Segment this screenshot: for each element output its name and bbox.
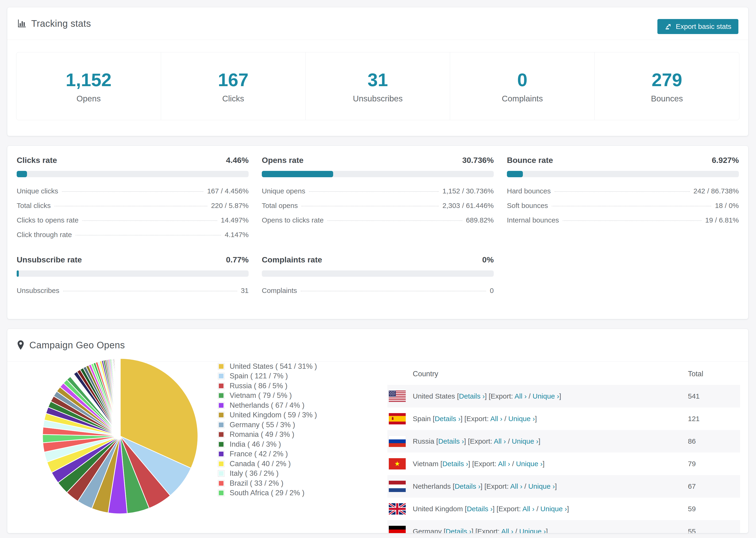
tracking-stats-page: Tracking stats Export basic stats 1,152O…	[0, 0, 756, 538]
export-unique-link[interactable]: Unique ›	[540, 505, 567, 512]
legend-item-italy: Italy ( 36 / 2% )	[218, 469, 317, 479]
legend-item-india: India ( 46 / 3% )	[218, 439, 317, 449]
rate-card-complaints-rate: Complaints rate0%Complaints0	[262, 255, 494, 295]
dotted-leader	[54, 206, 207, 206]
metric-value: 242 / 86.738%	[693, 187, 739, 195]
metric-row: Unique clicks167 / 4.456%	[17, 187, 249, 195]
export-all-link[interactable]: All ›	[522, 505, 535, 512]
export-unique-link[interactable]: Unique ›	[528, 482, 555, 490]
metric-row: Click through rate4.147%	[17, 231, 249, 239]
legend-item-united-kingdom: United Kingdom ( 59 / 3% )	[218, 410, 317, 420]
metric-value: 31	[241, 287, 249, 295]
metric-value: 19 / 6.81%	[705, 216, 739, 224]
metric-value: 2,303 / 61.446%	[442, 202, 494, 210]
legend-swatch-icon	[218, 480, 225, 487]
rate-card-opens-rate: Opens rate30.736%Unique opens1,152 / 30.…	[262, 156, 494, 239]
metric-row: Unique opens1,152 / 30.736%	[262, 187, 494, 195]
legend-label: Canada ( 40 / 2% )	[230, 459, 291, 468]
export-unique-link[interactable]: Unique ›	[512, 437, 538, 445]
progress-bar-fill	[262, 171, 333, 177]
flag-nl-icon	[389, 481, 406, 492]
details-link[interactable]: Details ›	[438, 437, 464, 445]
legend-item-spain: Spain ( 121 / 7% )	[218, 371, 317, 381]
geo-table: Country Total United States [Details ›] …	[387, 363, 740, 533]
legend-swatch-icon	[218, 451, 225, 457]
legend-item-germany: Germany ( 55 / 3% )	[218, 420, 317, 430]
country-name: Spain	[413, 415, 431, 422]
legend-item-canada: Canada ( 40 / 2% )	[218, 459, 317, 469]
stat-box-complaints: 0Complaints	[450, 52, 594, 120]
country-cell: United Kingdom [Details ›] [Export: All …	[413, 505, 688, 513]
metric-row: Internal bounces19 / 6.81%	[507, 216, 739, 224]
legend-swatch-icon	[218, 490, 225, 496]
dotted-leader	[63, 291, 237, 291]
metric-label: Opens to clicks rate	[262, 216, 324, 224]
legend-swatch-icon	[218, 422, 225, 428]
pie-legend: United States ( 541 / 31% )Spain ( 121 /…	[218, 361, 317, 498]
export-basic-stats-button[interactable]: Export basic stats	[657, 19, 738, 34]
metric-row: Soft bounces18 / 0%	[507, 202, 739, 210]
metric-row: Opens to clicks rate689.82%	[262, 216, 494, 224]
metric-value: 14.497%	[221, 216, 249, 224]
rate-title: Unsubscribe rate	[17, 255, 82, 264]
legend-swatch-icon	[218, 402, 225, 409]
export-all-link[interactable]: All ›	[514, 392, 527, 400]
stat-value: 31	[368, 69, 388, 91]
geo-table-row-netherlands: Netherlands [Details ›] [Export: All › /…	[387, 475, 740, 498]
geo-table-row-united-kingdom: United Kingdom [Details ›] [Export: All …	[387, 498, 740, 520]
details-link[interactable]: Details ›	[442, 460, 468, 467]
total-cell: 541	[688, 392, 740, 400]
details-link[interactable]: Details ›	[459, 392, 485, 400]
export-all-link[interactable]: All ›	[494, 437, 506, 445]
stat-value: 279	[652, 69, 682, 91]
dotted-leader	[309, 191, 439, 192]
metric-value: 220 / 5.87%	[211, 202, 249, 210]
export-all-link[interactable]: All ›	[501, 527, 513, 533]
details-link[interactable]: Details ›	[446, 527, 471, 533]
metric-label: Total opens	[262, 202, 298, 210]
export-unique-link[interactable]: Unique ›	[516, 460, 543, 467]
metric-label: Clicks to opens rate	[17, 216, 79, 224]
export-unique-link[interactable]: Unique ›	[508, 415, 535, 422]
metric-value: 4.147%	[225, 231, 249, 239]
export-unique-link[interactable]: Unique ›	[532, 392, 559, 400]
details-link[interactable]: Details ›	[467, 505, 493, 512]
country-name: United States	[413, 392, 455, 400]
geo-title: Campaign Geo Opens	[29, 340, 125, 350]
export-all-link[interactable]: All ›	[490, 415, 503, 422]
rate-value: 0.77%	[226, 255, 249, 264]
page-title: Tracking stats	[31, 18, 91, 29]
export-all-link[interactable]: All ›	[498, 460, 510, 467]
progress-bar	[262, 270, 494, 277]
stat-label: Complaints	[502, 94, 543, 103]
total-cell: 79	[688, 460, 740, 468]
flag-es-icon	[389, 413, 406, 424]
metric-label: Unique clicks	[17, 187, 58, 195]
metric-row: Complaints0	[262, 287, 494, 295]
legend-item-vietnam: Vietnam ( 79 / 5% )	[218, 391, 317, 401]
campaign-geo-opens-card: Campaign Geo Opens United States ( 541 /…	[7, 329, 748, 533]
country-cell: Vietnam [Details ›] [Export: All › / Uni…	[413, 460, 688, 468]
stat-label: Bounces	[651, 94, 683, 103]
legend-item-romania: Romania ( 49 / 3% )	[218, 430, 317, 440]
metric-label: Unsubscribes	[17, 287, 59, 295]
stat-box-bounces: 279Bounces	[594, 52, 739, 120]
geo-table-row-united-states: United States [Details ›] [Export: All ›…	[387, 385, 740, 407]
details-link[interactable]: Details ›	[455, 482, 480, 490]
legend-label: India ( 46 / 3% )	[230, 440, 281, 449]
legend-item-france: France ( 42 / 2% )	[218, 449, 317, 459]
stat-label: Unsubscribes	[353, 94, 403, 103]
legend-swatch-icon	[218, 363, 225, 370]
details-link[interactable]: Details ›	[435, 415, 460, 422]
legend-label: Germany ( 55 / 3% )	[230, 421, 295, 429]
total-cell: 121	[688, 415, 740, 423]
legend-swatch-icon	[218, 460, 225, 467]
legend-swatch-icon	[218, 392, 225, 399]
stat-label: Opens	[77, 94, 101, 103]
export-all-link[interactable]: All ›	[510, 482, 522, 490]
geo-table-row-germany: Germany [Details ›] [Export: All › / Uni…	[387, 520, 740, 533]
legend-label: France ( 42 / 2% )	[230, 450, 288, 458]
rate-value: 30.736%	[462, 156, 494, 165]
country-cell: Spain [Details ›] [Export: All › / Uniqu…	[413, 415, 688, 423]
export-unique-link[interactable]: Unique ›	[519, 527, 546, 533]
